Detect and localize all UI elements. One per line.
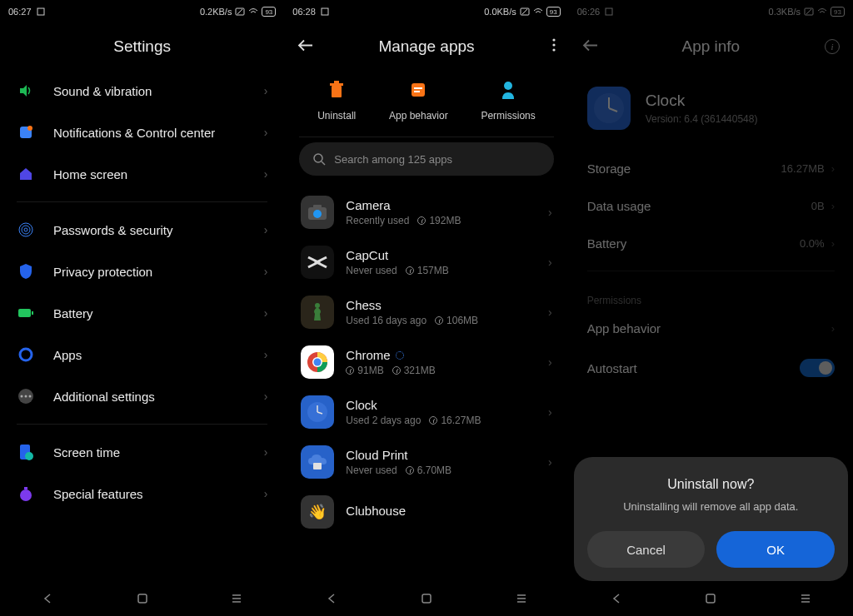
app-icon (587, 87, 631, 130)
action-behavior[interactable]: App behavior (389, 80, 448, 122)
chevron-right-icon: › (831, 237, 835, 250)
nav-back-icon[interactable] (326, 593, 337, 608)
app-size: 192MB (429, 215, 461, 226)
sound-icon (17, 82, 35, 100)
header: Settings (0, 23, 284, 70)
svg-rect-9 (32, 311, 33, 315)
nav-recents-icon[interactable] (800, 593, 811, 608)
info-label: Data usage (587, 199, 651, 213)
chevron-right-icon: › (548, 206, 552, 219)
settings-item-label: Sound & vibration (53, 84, 264, 98)
info-button[interactable]: i (825, 39, 840, 54)
settings-item-label: Additional settings (53, 390, 264, 404)
info-row-data[interactable]: Data usage 0B› (569, 187, 853, 225)
storage-icon (429, 416, 437, 425)
settings-item-additional[interactable]: Additional settings › (0, 375, 284, 417)
app-row-capcut[interactable]: CapCut Never used 157MB › (284, 237, 568, 287)
info-row-battery[interactable]: Battery 0.0%› (569, 225, 853, 262)
autostart-toggle[interactable] (800, 359, 835, 377)
settings-item-privacy[interactable]: Privacy protection › (0, 251, 284, 292)
chevron-right-icon: › (264, 390, 268, 403)
settings-item-battery[interactable]: Battery › (0, 292, 284, 334)
app-row-camera[interactable]: Camera Recently used 192MB › (284, 187, 568, 237)
chevron-right-icon: › (548, 256, 552, 269)
action-label: App behavior (389, 110, 448, 122)
chevron-right-icon: › (264, 445, 268, 459)
app-row-chrome[interactable]: Chrome 91MB 321MB › (284, 337, 568, 387)
info-row-behavior[interactable]: App behavior › (569, 310, 853, 347)
app-icon (301, 196, 334, 229)
dialog-title: Uninstall now? (587, 477, 835, 492)
app-row-cloudprint[interactable]: Cloud Print Never used 6.70MB › (284, 437, 568, 487)
svg-rect-41 (313, 205, 322, 208)
uninstall-dialog: Uninstall now? Uninstalling will remove … (574, 457, 848, 581)
svg-rect-50 (422, 594, 431, 603)
back-button[interactable] (582, 37, 599, 57)
settings-item-special[interactable]: Special features › (0, 473, 284, 514)
storage-icon (406, 466, 414, 474)
app-size: 6.70MB (417, 464, 451, 476)
svg-rect-34 (414, 87, 422, 89)
settings-item-apps[interactable]: Apps › (0, 334, 284, 375)
nav-home-icon[interactable] (137, 593, 148, 608)
ok-button[interactable]: OK (716, 531, 835, 568)
app-icon (301, 246, 334, 279)
settings-item-homescreen[interactable]: Home screen › (0, 153, 284, 195)
chevron-right-icon: › (548, 405, 552, 419)
status-speed: 0.0KB/s (484, 7, 516, 17)
chevron-right-icon: › (264, 167, 268, 181)
app-row-chess[interactable]: Chess Used 16 days ago 106MB › (284, 287, 568, 337)
no-sim-icon (804, 7, 814, 16)
app-name: Chess (346, 298, 536, 312)
battery-icon (17, 304, 35, 322)
storage-icon (392, 366, 401, 375)
app-usage: Recently used (346, 215, 409, 226)
svg-rect-19 (24, 487, 27, 489)
app-size: 157MB (417, 265, 449, 276)
info-row-autostart[interactable]: Autostart (569, 347, 853, 389)
settings-item-sound[interactable]: Sound & vibration › (0, 70, 284, 112)
app-name: Clock (346, 398, 536, 412)
status-speed: 0.3KB/s (769, 7, 801, 17)
svg-rect-54 (606, 8, 612, 15)
settings-item-label: Notifications & Control center (53, 126, 264, 140)
nav-back-icon[interactable] (42, 593, 53, 608)
back-button[interactable] (297, 37, 314, 57)
app-name: Cloud Print (346, 448, 536, 462)
app-row-clock[interactable]: Clock Used 2 days ago 16.27MB › (284, 387, 568, 437)
svg-rect-8 (18, 309, 31, 317)
action-permissions[interactable]: Permissions (481, 80, 535, 122)
header: App info i (569, 23, 853, 70)
svg-line-56 (806, 9, 811, 14)
more-button[interactable] (552, 38, 556, 55)
chevron-right-icon: › (264, 348, 268, 361)
svg-point-6 (22, 226, 30, 234)
settings-item-label: Privacy protection (53, 265, 264, 279)
no-sim-icon (235, 7, 245, 16)
notification-icon (321, 7, 329, 16)
nav-back-icon[interactable] (611, 593, 622, 608)
svg-point-42 (315, 303, 320, 308)
nav-home-icon[interactable] (705, 593, 716, 608)
nav-recents-icon[interactable] (516, 593, 527, 608)
page-title: App info (681, 37, 740, 56)
cancel-button[interactable]: Cancel (587, 531, 706, 568)
app-row-clubhouse[interactable]: 👋 Clubhouse (284, 487, 568, 537)
nav-recents-icon[interactable] (231, 593, 242, 608)
search-input[interactable]: Search among 125 apps (299, 142, 553, 176)
svg-point-36 (504, 82, 512, 90)
search-placeholder: Search among 125 apps (334, 153, 452, 166)
action-uninstall[interactable]: Uninstall (317, 80, 356, 122)
settings-item-screentime[interactable]: Screen time › (0, 431, 284, 473)
svg-point-17 (25, 452, 33, 460)
chevron-right-icon: › (548, 306, 552, 319)
page-title: Manage apps (378, 37, 474, 56)
svg-point-5 (19, 223, 32, 236)
settings-item-passwords[interactable]: Passwords & security › (0, 209, 284, 251)
app-usage: Never used (346, 464, 397, 476)
settings-item-notifications[interactable]: Notifications & Control center › (0, 112, 284, 153)
app-icon (301, 395, 334, 429)
nav-home-icon[interactable] (421, 593, 432, 608)
info-row-storage[interactable]: Storage 16.27MB› (569, 150, 853, 187)
storage-icon (435, 316, 443, 325)
